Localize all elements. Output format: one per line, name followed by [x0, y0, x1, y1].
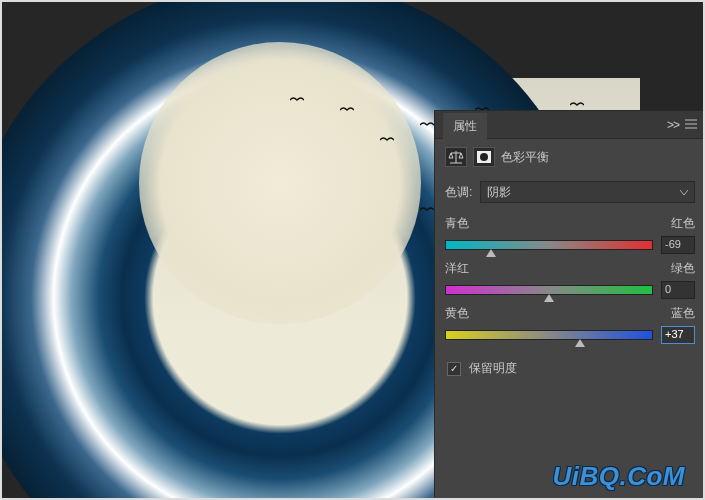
bird-icon — [380, 133, 394, 141]
color-slider-0: 青色红色-69 — [435, 211, 705, 256]
tone-label: 色调: — [445, 184, 472, 201]
bird-icon — [420, 118, 434, 126]
properties-panel: 属性 >> 色彩平衡 色调: 阴影 青色红色-69洋红绿色0黄色蓝色+37 ✓ … — [434, 110, 705, 500]
mask-icon[interactable] — [473, 147, 495, 167]
slider-left-label: 洋红 — [445, 260, 469, 277]
watermark: UiBQ.CoM — [552, 461, 685, 492]
bird-icon — [420, 203, 434, 211]
color-slider-2: 黄色蓝色+37 — [435, 301, 705, 346]
bird-icon — [290, 93, 304, 101]
panel-collapse-button[interactable]: >> — [667, 118, 679, 132]
tone-value: 阴影 — [487, 184, 511, 201]
svg-point-4 — [480, 153, 488, 161]
tone-row: 色调: 阴影 — [435, 173, 705, 211]
slider-thumb[interactable] — [544, 294, 554, 302]
slider-thumb[interactable] — [575, 339, 585, 347]
slider-left-label: 青色 — [445, 215, 469, 232]
adjustment-name: 色彩平衡 — [501, 149, 549, 166]
slider-right-label: 蓝色 — [671, 305, 695, 322]
chevron-down-icon — [680, 185, 688, 199]
slider-value-input[interactable]: -69 — [661, 236, 695, 254]
adjustment-type-row: 色彩平衡 — [435, 139, 705, 173]
slider-track[interactable] — [445, 285, 653, 295]
slider-left-label: 黄色 — [445, 305, 469, 322]
panel-menu-icon[interactable] — [685, 118, 697, 132]
color-slider-1: 洋红绿色0 — [435, 256, 705, 301]
preserve-luminosity-label: 保留明度 — [469, 360, 517, 377]
tone-select[interactable]: 阴影 — [480, 181, 695, 203]
slider-right-label: 绿色 — [671, 260, 695, 277]
panel-header: 属性 >> — [435, 111, 705, 139]
slider-track[interactable] — [445, 330, 653, 340]
slider-value-input[interactable]: 0 — [661, 281, 695, 299]
balance-scale-icon — [445, 147, 467, 167]
slider-right-label: 红色 — [671, 215, 695, 232]
bird-icon — [340, 103, 354, 111]
slider-track[interactable] — [445, 240, 653, 250]
panel-tab-properties[interactable]: 属性 — [443, 113, 487, 140]
preserve-luminosity-row: ✓ 保留明度 — [435, 346, 705, 391]
slider-value-input[interactable]: +37 — [661, 326, 695, 344]
preserve-luminosity-checkbox[interactable]: ✓ — [447, 362, 461, 376]
slider-thumb[interactable] — [486, 249, 496, 257]
bird-icon — [570, 98, 584, 106]
